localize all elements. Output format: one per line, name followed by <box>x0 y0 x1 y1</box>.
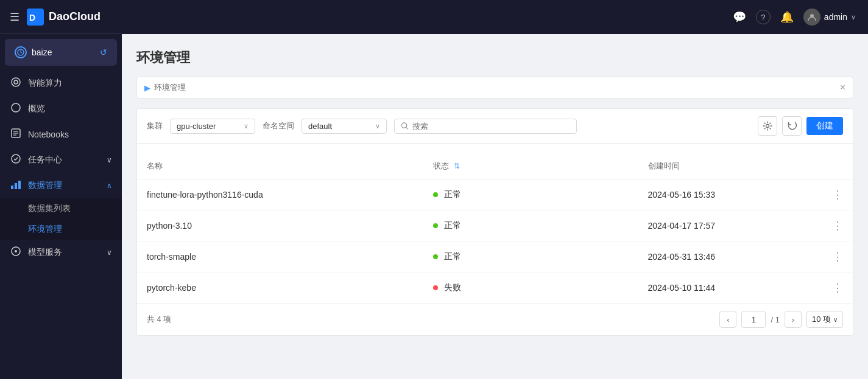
sidebar-item-model-service[interactable]: 模型服务 ∨ <box>0 240 122 265</box>
breadcrumb-close-button[interactable]: × <box>840 82 845 93</box>
workspace-selector[interactable]: baize ↺ <box>5 39 117 66</box>
task-center-icon <box>10 153 22 167</box>
help-icon[interactable]: ? <box>756 10 771 24</box>
status-text: 正常 <box>444 220 461 230</box>
data-management-arrow: ∧ <box>107 181 112 190</box>
col-header-status: 状态 ⇅ <box>423 153 638 179</box>
cluster-select[interactable]: gpu-cluster ∨ <box>170 119 255 134</box>
cell-action: ⋮ <box>817 273 853 304</box>
notification-icon[interactable]: 🔔 <box>780 10 794 24</box>
toolbar: 集群 gpu-cluster ∨ 命名空间 default ∨ <box>137 109 853 144</box>
svg-point-3 <box>12 78 20 86</box>
col-header-actions <box>817 153 853 179</box>
total-count: 共 4 项 <box>147 314 171 325</box>
cell-name: pytorch-kebe <box>137 273 423 304</box>
sidebar-item-data-management[interactable]: 数据管理 ∧ <box>0 173 122 198</box>
cell-name: python-3.10 <box>137 210 423 242</box>
sidebar-item-ai-compute[interactable]: 智能算力 <box>0 71 122 96</box>
cell-status: 失败 <box>423 273 638 304</box>
cell-name: torch-smaple <box>137 242 423 273</box>
row-action-button[interactable]: ⋮ <box>832 251 843 263</box>
settings-button[interactable] <box>758 116 777 136</box>
sidebar-header: ☰ D DaoCloud <box>0 0 122 34</box>
logo-text: DaoCloud <box>49 10 101 23</box>
svg-point-15 <box>15 250 17 252</box>
status-dot <box>433 254 438 259</box>
next-page-button[interactable]: › <box>785 311 802 328</box>
cluster-label: 集群 <box>147 120 163 131</box>
data-management-submenu: 数据集列表 环境管理 <box>0 198 122 240</box>
status-dot <box>433 285 438 290</box>
svg-text:D: D <box>29 13 35 23</box>
status-text: 正常 <box>444 251 461 261</box>
row-action-button[interactable]: ⋮ <box>832 189 843 201</box>
breadcrumb-arrow-icon: ▶ <box>144 83 150 92</box>
svg-rect-11 <box>11 186 13 189</box>
namespace-label: 命名空间 <box>263 120 294 131</box>
prev-page-button[interactable]: ‹ <box>719 311 736 328</box>
breadcrumb-text: 环境管理 <box>154 82 186 93</box>
message-icon[interactable]: 💬 <box>733 10 746 24</box>
row-action-button[interactable]: ⋮ <box>832 282 843 294</box>
namespace-select[interactable]: default ∨ <box>302 119 387 134</box>
menu-icon[interactable]: ☰ <box>10 10 19 24</box>
page-size-value: 10 项 <box>812 314 831 325</box>
logo-icon: D <box>27 9 44 26</box>
notebooks-label: Notebooks <box>28 130 69 139</box>
page-total: / 1 <box>771 315 779 324</box>
sidebar-item-env-management[interactable]: 环境管理 <box>0 219 122 240</box>
cluster-chevron-icon: ∨ <box>244 122 249 130</box>
cell-created-time: 2024-05-16 15:33 <box>638 179 817 210</box>
svg-line-18 <box>406 127 408 129</box>
namespace-chevron-icon: ∨ <box>375 122 380 130</box>
ai-compute-label: 智能算力 <box>28 78 62 89</box>
table-row: finetune-lora-python3116-cuda 正常 2024-05… <box>137 179 853 210</box>
cell-created-time: 2024-04-17 17:57 <box>638 210 817 242</box>
ai-compute-icon <box>10 77 22 90</box>
topbar: 💬 ? 🔔 admin ∨ <box>122 0 868 34</box>
sidebar-item-overview[interactable]: 概览 <box>0 96 122 122</box>
svg-point-17 <box>401 123 406 128</box>
model-service-icon <box>10 246 22 259</box>
svg-rect-13 <box>18 181 21 189</box>
sidebar: ☰ D DaoCloud baize ↺ 智能算力 <box>0 0 122 379</box>
page-size-select[interactable]: 10 项 ∨ <box>806 311 843 328</box>
status-text: 失败 <box>444 282 461 292</box>
content-area: 环境管理 ▶ 环境管理 × 集群 gpu-cluster ∨ 命名空间 defa… <box>122 34 868 379</box>
sidebar-item-notebooks[interactable]: Notebooks <box>0 122 122 147</box>
search-input[interactable] <box>412 122 570 131</box>
task-center-arrow: ∨ <box>107 156 112 164</box>
col-header-created-time: 创建时间 <box>638 153 817 179</box>
logo: D DaoCloud <box>27 9 101 26</box>
user-menu[interactable]: admin ∨ <box>803 9 856 26</box>
cell-status: 正常 <box>423 179 638 210</box>
workspace-refresh-icon[interactable]: ↺ <box>100 47 107 57</box>
svg-point-19 <box>766 125 769 128</box>
model-service-label: 模型服务 <box>28 247 62 258</box>
status-dot <box>433 192 438 197</box>
page-size-chevron-icon: ∨ <box>833 316 838 323</box>
svg-rect-12 <box>15 183 17 189</box>
user-dropdown-icon: ∨ <box>851 13 856 21</box>
namespace-value: default <box>308 122 332 131</box>
page-title: 环境管理 <box>136 49 853 67</box>
refresh-button[interactable] <box>782 116 802 136</box>
cell-name: finetune-lora-python3116-cuda <box>137 179 423 210</box>
page-number-input[interactable] <box>741 311 766 328</box>
workspace-name: baize <box>32 47 52 57</box>
status-sort-icon[interactable]: ⇅ <box>454 162 460 170</box>
username: admin <box>824 12 847 22</box>
row-action-button[interactable]: ⋮ <box>832 220 843 232</box>
toolbar-actions: 创建 <box>758 116 843 136</box>
search-icon <box>401 122 409 130</box>
table-row: torch-smaple 正常 2024-05-31 13:46 ⋮ <box>137 242 853 273</box>
search-box[interactable] <box>394 119 577 134</box>
cell-action: ⋮ <box>817 210 853 242</box>
breadcrumb: ▶ 环境管理 <box>144 82 186 93</box>
create-button[interactable]: 创建 <box>806 117 843 135</box>
avatar <box>803 9 820 26</box>
sidebar-item-task-center[interactable]: 任务中心 ∨ <box>0 147 122 173</box>
data-management-icon <box>10 179 22 192</box>
data-table: 名称 状态 ⇅ 创建时间 finetune-lora-python311 <box>137 153 853 303</box>
sidebar-item-dataset-list[interactable]: 数据集列表 <box>0 198 122 219</box>
